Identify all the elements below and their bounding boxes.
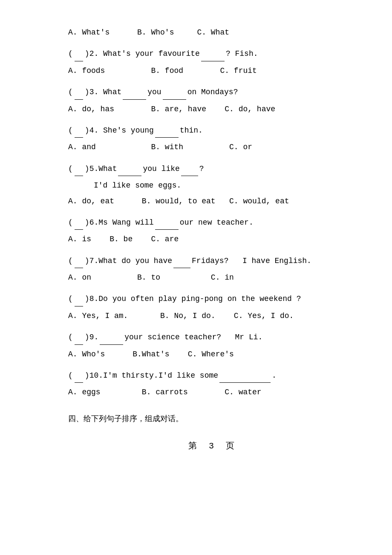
fill-blank[interactable] [219,369,271,383]
question-number: 5.What [89,162,117,176]
fill-blank-2[interactable] [163,85,186,99]
options-row: A. is B. be C. are [68,232,358,246]
paren-open: ( [68,47,73,61]
paren-close: ) [85,254,89,268]
paren-close: ) [85,85,89,99]
options-row: A. Yes, I am. B. No, I do. C. Yes, I do. [68,309,358,323]
fill-blank-2[interactable] [181,162,198,176]
question-tail: Fridays? I have English. [192,254,311,268]
fill-blank[interactable] [100,330,123,344]
question-tail: ? [199,162,204,176]
paren-close: ) [85,216,89,229]
paren-open: ( [68,330,73,344]
paren-close: ) [85,292,89,306]
sub-line: I'd like some eggs. [68,179,358,192]
question-9: ( ) 9. your science teacher? Mr Li. A. W… [68,330,358,361]
question-line: ( ) 10.I'm thirsty.I'd like some . [68,369,358,383]
options-row: A. eggs B. carrots C. water [68,385,358,399]
question-tail: . [272,369,277,382]
question-6: ( ) 6.Ms Wang will our new teacher. A. i… [68,216,358,246]
paren-close: ) [85,369,89,382]
answer-blank[interactable] [75,254,83,268]
question-number: 3. What [89,85,122,99]
fill-blank-1[interactable] [123,85,146,99]
question-number: 6.Ms Wang will [89,216,154,229]
question-tail: your science teacher? Mr Li. [124,330,262,344]
paren-close: ) [85,330,89,344]
answer-blank[interactable] [75,162,83,176]
question-2: ( ) 2. What's your favourite ? Fish. A. … [68,47,358,78]
option-a: A. foods B. food C. fruit [68,64,257,78]
question-mid: you like [143,162,179,176]
question-5: ( ) 5.What you like ? I'd like some eggs… [68,162,358,208]
options-row: A. on B. to C. in [68,271,358,284]
paren-open: ( [68,292,73,306]
question-line: ( ) 6.Ms Wang will our new teacher. [68,216,358,230]
fill-blank[interactable] [155,124,179,138]
question-mid: you [147,85,161,99]
paren-open: ( [68,85,73,99]
question-number: 9. [89,330,99,344]
paren-open: ( [68,369,73,382]
answer-blank[interactable] [75,330,83,344]
sub-line-text: I'd like some eggs. [94,181,181,190]
options-row: A. What's B. Who's C. What [68,26,358,39]
option-a: A. is B. be C. are [68,232,179,246]
answer-blank[interactable] [75,47,83,61]
question-line: ( ) 8.Do you often play ping-pong on the… [68,292,358,306]
question-10: ( ) 10.I'm thirsty.I'd like some . A. eg… [68,369,358,399]
answer-blank[interactable] [75,369,83,383]
options-row: A. do, has B. are, have C. do, have [68,102,358,116]
option-a: A. and B. with C. or [68,140,252,154]
option-a: A. do, has B. are, have C. do, have [68,102,275,116]
question-8: ( ) 8.Do you often play ping-pong on the… [68,292,358,323]
question-line: ( ) 7.What do you have Fridays? I have E… [68,254,358,268]
question-line: ( ) 3. What you on Mondays? [68,85,358,99]
option-text: A. What's B. Who's C. What [68,26,229,39]
options-row: A. Who's B.What's C. Where's [68,347,358,361]
question-7: ( ) 7.What do you have Fridays? I have E… [68,254,358,285]
question-number: 10.I'm thirsty.I'd like some [89,369,218,382]
fill-blank[interactable] [155,216,179,230]
paren-open: ( [68,124,73,137]
question-tail: ? Fish. [226,47,258,61]
question-line: ( ) 9. your science teacher? Mr Li. [68,330,358,344]
section-4-title: 四、给下列句子排序，组成对话。 [68,412,358,426]
question-3: ( ) 3. What you on Mondays? A. do, has B… [68,85,358,116]
answer-blank[interactable] [75,292,83,306]
question-number: 4. She's young [89,124,154,137]
option-a: A. Who's B.What's C. Where's [68,347,234,361]
answer-blank[interactable] [75,124,83,138]
option-a: A. Yes, I am. B. No, I do. C. Yes, I do. [68,309,294,323]
answer-blank[interactable] [75,85,83,99]
question-number: 8.Do you often play ping-pong on the wee… [89,292,301,306]
options-row: A. and B. with C. or [68,140,358,154]
question-1-options: A. What's B. Who's C. What [68,26,358,39]
section-title-text: 四、给下列句子排序，组成对话。 [68,415,183,423]
question-line: ( ) 2. What's your favourite ? Fish. [68,47,358,61]
answer-blank[interactable] [75,216,83,230]
paren-open: ( [68,162,73,176]
options-row: A. foods B. food C. fruit [68,64,358,78]
question-line: ( ) 4. She's young thin. [68,124,358,138]
question-tail: our new teacher. [180,216,254,229]
paren-close: ) [85,124,89,137]
paren-close: ) [85,162,89,176]
paren-open: ( [68,216,73,229]
fill-blank-1[interactable] [118,162,141,176]
options-row: A. do, eat B. would, to eat C. would, ea… [68,194,358,208]
option-a: A. on B. to C. in [68,271,234,284]
paren-open: ( [68,254,73,268]
question-4: ( ) 4. She's young thin. A. and B. with … [68,124,358,154]
question-number: 7.What do you have [89,254,172,268]
option-a: A. do, eat B. would, to eat C. would, ea… [68,194,289,208]
question-tail: on Mondays? [187,85,238,99]
option-a: A. eggs B. carrots C. water [68,385,262,399]
fill-blank[interactable] [173,254,190,268]
question-tail: thin. [180,124,203,137]
page-number: 第 3 页 [68,439,358,454]
question-line: ( ) 5.What you like ? [68,162,358,176]
page-label-text: 第 3 页 [188,441,238,451]
fill-blank[interactable] [201,47,225,61]
question-number: 2. What's your favourite [89,47,200,61]
